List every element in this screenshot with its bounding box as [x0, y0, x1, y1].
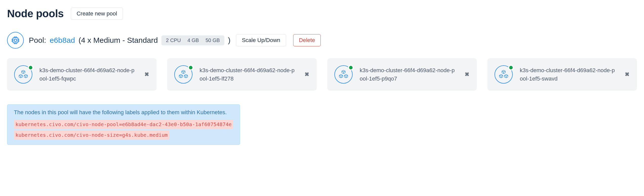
- remove-node-button[interactable]: ✖: [623, 70, 631, 79]
- labels-info-box: The nodes in this pool will have the fol…: [7, 104, 240, 145]
- nodes-grid: k3s-demo-cluster-66f4-d69a62-node-pool-1…: [7, 58, 637, 91]
- node-card: k3s-demo-cluster-66f4-d69a62-node-pool-1…: [487, 58, 637, 91]
- page-title: Node pools: [7, 8, 64, 20]
- cpu-icon: [7, 32, 24, 49]
- status-dot-icon: [188, 65, 194, 70]
- node-name: k3s-demo-cluster-66f4-d69a62-node-pool-1…: [200, 66, 296, 83]
- node-name: k3s-demo-cluster-66f4-d69a62-node-pool-1…: [520, 66, 616, 83]
- node-name: k3s-demo-cluster-66f4-d69a62-node-pool-1…: [39, 66, 136, 83]
- status-dot-icon: [508, 65, 514, 70]
- info-message: The nodes in this pool will have the fol…: [14, 109, 233, 116]
- pool-specs: 2 CPU 4 GB 50 GB: [161, 35, 224, 45]
- node-card: k3s-demo-cluster-66f4-d69a62-node-pool-1…: [7, 58, 157, 91]
- remove-node-button[interactable]: ✖: [143, 70, 151, 79]
- k8s-label: kubernetes.civo.com/civo-node-size=g4s.k…: [14, 130, 169, 140]
- pool-prefix: Pool:: [29, 36, 46, 45]
- remove-node-button[interactable]: ✖: [463, 70, 471, 79]
- spec-cpu: 2 CPU: [163, 36, 184, 44]
- pool-id-link[interactable]: e6b8ad: [50, 36, 75, 45]
- create-pool-button[interactable]: Create new pool: [71, 8, 123, 20]
- remove-node-button[interactable]: ✖: [303, 70, 311, 79]
- pool-desc: (4 x Medium - Standard: [79, 36, 158, 45]
- svg-rect-0: [13, 38, 18, 43]
- scale-button[interactable]: Scale Up/Down: [236, 34, 286, 46]
- k8s-label: kubernetes.civo.com/civo-node-pool=e6b8a…: [14, 120, 233, 129]
- status-dot-icon: [28, 65, 33, 70]
- node-card: k3s-demo-cluster-66f4-d69a62-node-pool-1…: [327, 58, 477, 91]
- pool-desc-close: ): [228, 36, 230, 45]
- spec-disk: 50 GB: [202, 36, 223, 44]
- pool-header: Pool: e6b8ad (4 x Medium - Standard 2 CP…: [7, 32, 637, 49]
- status-dot-icon: [348, 65, 354, 70]
- spec-ram: 4 GB: [184, 36, 202, 44]
- node-name: k3s-demo-cluster-66f4-d69a62-node-pool-1…: [360, 66, 456, 83]
- delete-button[interactable]: Delete: [293, 34, 321, 46]
- node-card: k3s-demo-cluster-66f4-d69a62-node-pool-1…: [167, 58, 317, 91]
- svg-rect-1: [14, 39, 17, 42]
